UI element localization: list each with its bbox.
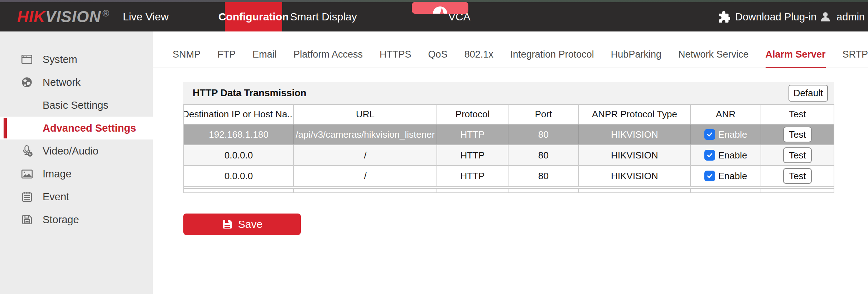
table-header-row: Destination IP or Host Na... URL Protoco… [184,104,834,124]
logo-registered-mark: ® [102,8,110,19]
cell-protocol: HTTP [437,124,508,144]
image-icon [20,167,33,180]
col-anpr-type: ANPR Protocol Type [579,105,691,124]
clipped-table-row [184,188,834,193]
tab-snmp[interactable]: SNMP [173,49,201,68]
globe-icon [20,76,33,89]
col-anr: ANR [691,105,761,124]
table-row[interactable]: 0.0.0.0 / HTTP 80 HIKVISION Enable Test [184,166,834,187]
nav-live-view[interactable]: Live View [123,2,169,31]
anr-enable-control: Enable [704,129,747,140]
anr-enable-label: Enable [718,150,747,161]
download-plugin-button[interactable]: Download Plug-in [717,2,816,31]
cell-port: 80 [508,145,579,165]
floppy-icon [20,213,33,226]
tab-qos[interactable]: QoS [428,49,448,68]
col-destination-ip: Destination IP or Host Na... [184,105,294,124]
cell-url: / [294,145,437,165]
tab-integration-protocol[interactable]: Integration Protocol [510,49,594,68]
sidebar-item-advanced-settings[interactable]: Advanced Settings [0,117,153,139]
tab-https[interactable]: HTTPS [380,49,411,68]
cell-port: 80 [508,124,579,144]
col-protocol: Protocol [437,105,508,124]
sidebar-item-label: Event [43,191,69,203]
sidebar-item-system[interactable]: System [0,48,153,71]
sidebar-item-basic-settings[interactable]: Basic Settings [0,94,153,117]
person-icon [819,11,831,23]
sidebar-item-video-audio[interactable]: Video/Audio [0,139,153,162]
cell-anpr-type: HIKVISION [579,166,691,186]
cell-protocol: HTTP [437,166,508,186]
sidebar-item-label: System [43,54,77,65]
col-port: Port [508,105,579,124]
network-tabs: SNMP FTP Email Platform Access HTTPS QoS… [153,31,868,68]
notepad-icon [20,190,33,203]
tab-platform-access[interactable]: Platform Access [294,49,363,68]
save-icon [222,219,233,230]
mountain-icon [432,5,448,14]
anr-enable-control: Enable [704,150,747,161]
anr-checkbox[interactable] [704,150,715,161]
http-transmission-table: Destination IP or Host Na... URL Protoco… [183,104,834,193]
sidebar-item-storage[interactable]: Storage [0,208,153,231]
sidebar-item-event[interactable]: Event [0,185,153,208]
anr-enable-label: Enable [718,129,747,140]
hikvision-logo: HIKVISION® [17,8,110,26]
anr-checkbox[interactable] [704,129,715,140]
default-button[interactable]: Default [789,85,828,102]
window-icon [20,53,33,66]
user-menu[interactable]: admin [819,2,865,31]
check-icon [706,131,713,138]
microphone-icon [20,144,33,157]
panel-header: HTTP Data Transmission Default [183,82,834,104]
tab-ftp[interactable]: FTP [217,49,236,68]
table-row[interactable]: 192.168.1.180 /api/v3/cameras/hikvision_… [184,124,834,145]
nav-smart-display[interactable]: Smart Display [290,2,357,31]
tab-network-service[interactable]: Network Service [678,49,749,68]
sidebar-item-label: Advanced Settings [43,122,136,134]
cell-protocol: HTTP [437,145,508,165]
sidebar-item-label: Image [43,168,72,180]
check-icon [706,152,713,159]
cell-anpr-type: HIKVISION [579,145,691,165]
col-url: URL [294,105,437,124]
sidebar-item-network[interactable]: Network [0,71,153,94]
main-content: SNMP FTP Email Platform Access HTTPS QoS… [153,31,868,294]
save-button[interactable]: Save [183,214,301,235]
cell-anpr-type: HIKVISION [579,124,691,144]
test-button[interactable]: Test [783,168,812,184]
logo-vision: VISION [45,8,101,25]
sidebar: System Network Basic Settings Advanced S… [0,31,153,294]
download-plugin-label: Download Plug-in [735,11,816,23]
sidebar-item-label: Network [43,77,81,88]
col-test: Test [761,105,834,124]
check-icon [706,172,713,180]
extension-overlay[interactable] [412,2,468,14]
anr-checkbox[interactable] [704,171,715,181]
table-row[interactable]: 0.0.0.0 / HTTP 80 HIKVISION Enable Test [184,145,834,166]
tab-email[interactable]: Email [252,49,277,68]
tab-srtp[interactable]: SRTP [843,49,868,68]
tab-8021x[interactable]: 802.1x [464,49,493,68]
save-label: Save [238,218,262,230]
test-button[interactable]: Test [783,147,812,163]
sidebar-item-label: Video/Audio [43,145,98,157]
anr-enable-label: Enable [718,171,747,182]
cell-url: / [294,166,437,186]
username: admin [836,11,865,23]
cell-destination-ip: 0.0.0.0 [184,145,294,165]
cell-port: 80 [508,166,579,186]
cell-url: /api/v3/cameras/hikvision_listener [294,124,437,144]
cell-destination-ip: 192.168.1.180 [184,124,294,144]
test-button[interactable]: Test [783,127,812,142]
sidebar-item-label: Basic Settings [43,99,108,111]
tab-alarm-server[interactable]: Alarm Server [766,49,826,68]
anr-enable-control: Enable [704,171,747,182]
panel-title: HTTP Data Transmission [183,88,789,99]
puzzle-icon [717,10,730,23]
nav-configuration[interactable]: Configuration [225,2,282,31]
sidebar-item-image[interactable]: Image [0,162,153,185]
sidebar-item-label: Storage [43,214,79,226]
logo-hik: HIK [17,8,45,25]
tab-hubparking[interactable]: HubParking [611,49,661,68]
